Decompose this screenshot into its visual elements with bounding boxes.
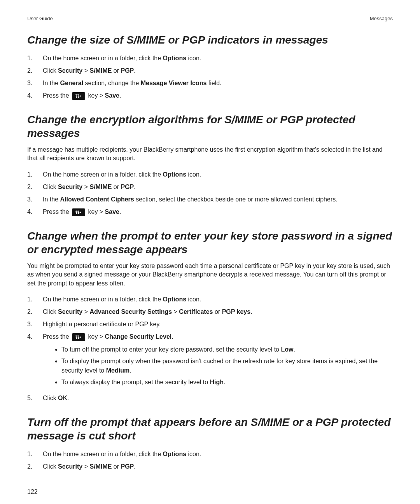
bold-text: S/MIME <box>89 463 112 470</box>
list-item: To turn off the prompt to enter your key… <box>61 344 393 355</box>
bold-text: S/MIME <box>89 184 112 190</box>
section-2-intro: If a message has multiple recipients, yo… <box>27 145 393 163</box>
step-text: Press the <box>43 333 71 340</box>
svg-point-12 <box>76 213 77 214</box>
section-2-title: Change the encryption algorithms for S/M… <box>27 113 393 140</box>
step-text: Click <box>43 308 58 315</box>
bold-text: Advanced Security Settings <box>89 308 172 315</box>
bold-text: OK <box>58 395 67 401</box>
sub-text: . <box>293 346 295 353</box>
svg-point-18 <box>80 336 81 338</box>
list-item: Click OK. <box>27 392 393 404</box>
bold-text: Options <box>163 171 186 178</box>
step-text: key > <box>86 208 105 215</box>
svg-point-10 <box>78 212 79 213</box>
list-item: On the home screen or in a folder, click… <box>27 168 393 181</box>
svg-point-17 <box>78 336 79 338</box>
step-text: or <box>112 463 121 470</box>
step-text: field. <box>206 80 221 86</box>
bold-text: Security <box>58 463 82 470</box>
blackberry-key-icon <box>72 333 85 341</box>
svg-point-4 <box>80 95 81 96</box>
step-text: On the home screen or in a folder, click… <box>43 55 163 61</box>
step-text: > <box>82 184 89 190</box>
svg-point-20 <box>78 338 79 339</box>
list-item: Click Security > Advanced Security Setti… <box>27 306 393 318</box>
bold-text: S/MIME <box>89 67 112 74</box>
list-item: On the home screen or in a folder, click… <box>27 448 393 460</box>
svg-point-1 <box>77 94 79 95</box>
step-text: In the <box>43 196 60 203</box>
list-item: Press the key > Save. <box>27 206 393 218</box>
page-header: User Guide Messages <box>27 16 393 21</box>
sub-text: . <box>224 379 225 385</box>
list-item: Press the key > Change Security Level. T… <box>27 331 393 392</box>
step-text: In the <box>43 80 60 86</box>
svg-point-19 <box>76 338 77 339</box>
step-text: On the home screen or in a folder, click… <box>43 451 163 457</box>
step-text: Click <box>43 184 58 190</box>
step-text: icon. <box>186 451 201 457</box>
step-text: . <box>134 184 135 190</box>
step-text: key > <box>86 92 105 99</box>
list-item: Highlight a personal certificate or PGP … <box>27 318 393 331</box>
sub-text: To always display the prompt, set the se… <box>61 379 210 385</box>
list-item: In the General section, change the Messa… <box>27 77 393 89</box>
list-item: In the Allowed Content Ciphers section, … <box>27 193 393 206</box>
bold-text: Options <box>163 451 186 457</box>
bold-text: PGP keys <box>222 308 251 315</box>
svg-point-0 <box>75 94 77 95</box>
step-text: Click <box>43 67 58 74</box>
step-text: section, select the checkbox beside one … <box>134 196 338 203</box>
step-text: On the home screen or in a folder, click… <box>43 171 163 178</box>
bold-text: General <box>60 80 83 86</box>
step-text: Highlight a personal certificate or PGP … <box>43 321 161 327</box>
step-text: . <box>134 67 135 74</box>
bold-text: High <box>210 379 224 385</box>
section-2-steps: On the home screen or in a folder, click… <box>27 168 393 218</box>
section-4-steps: On the home screen or in a folder, click… <box>27 448 393 473</box>
section-3-title: Change when the prompt to enter your key… <box>27 229 393 256</box>
bold-text: PGP <box>121 184 134 190</box>
step-text: . <box>172 333 173 340</box>
bold-text: Save <box>105 92 119 99</box>
section-1-steps: On the home screen or in a folder, click… <box>27 52 393 102</box>
list-item: Click Security > S/MIME or PGP. <box>27 460 393 473</box>
bold-text: Security <box>58 184 82 190</box>
page: User Guide Messages Change the size of S… <box>0 0 420 504</box>
svg-point-14 <box>75 335 77 336</box>
bold-text: Change Security Level <box>105 333 172 340</box>
bold-text: Low <box>281 346 293 353</box>
step-text: > <box>82 67 89 74</box>
step-text: Press the <box>43 208 71 215</box>
page-number: 122 <box>27 488 393 495</box>
blackberry-key-icon <box>72 208 85 216</box>
svg-point-3 <box>78 95 79 96</box>
svg-point-9 <box>76 212 77 213</box>
svg-point-11 <box>80 212 81 213</box>
step-text: icon. <box>186 171 201 178</box>
list-item: On the home screen or in a folder, click… <box>27 293 393 306</box>
step-text: . <box>119 92 121 99</box>
sub-text: . <box>130 367 131 374</box>
step-text: icon. <box>186 55 201 61</box>
bold-text: PGP <box>121 67 134 74</box>
step-text: On the home screen or in a folder, click… <box>43 296 163 303</box>
step-text: . <box>250 308 252 315</box>
list-item: To always display the prompt, set the se… <box>61 376 393 388</box>
step-text: or <box>213 308 222 315</box>
section-3-steps: On the home screen or in a folder, click… <box>27 293 393 404</box>
svg-point-13 <box>78 213 79 214</box>
bold-text: Certificates <box>179 308 213 315</box>
section-4-title: Turn off the prompt that appears before … <box>27 415 393 443</box>
list-item: Press the key > Save. <box>27 89 393 102</box>
list-item: Click Security > S/MIME or PGP. <box>27 65 393 77</box>
step-text: or <box>112 67 121 74</box>
bold-text: Medium <box>106 367 130 374</box>
bold-text: Options <box>163 55 186 61</box>
step-text: . <box>67 395 69 401</box>
step-text: . <box>119 208 121 215</box>
list-item: To display the prompt only when the pass… <box>61 355 393 376</box>
section-3-intro: You might be prompted to enter your key … <box>27 262 393 288</box>
step-text: Press the <box>43 92 71 99</box>
